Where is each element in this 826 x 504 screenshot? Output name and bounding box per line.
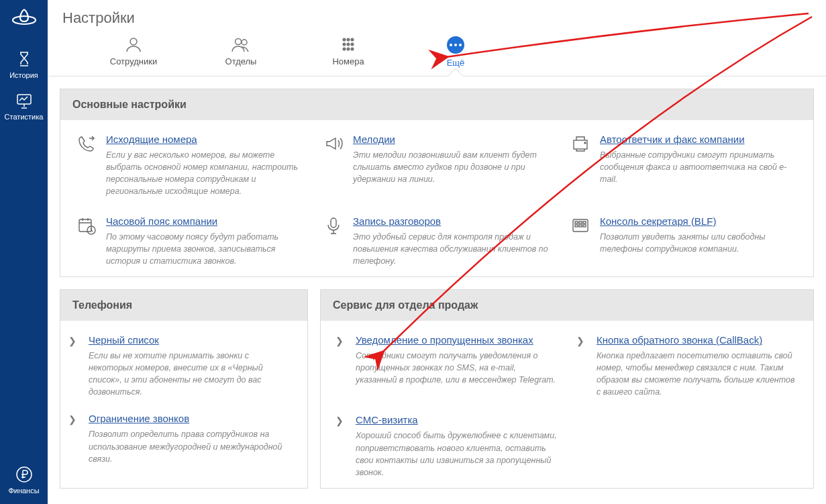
svg-rect-25 [579,225,582,227]
chevron-right-icon: ❯ [576,334,587,348]
svg-rect-17 [79,219,91,232]
chevron-right-icon: ❯ [68,413,79,426]
setting-item-callback: ❯ Кнопка обратного звонка (CallBack) Кно… [576,334,798,399]
setting-desc: По этому часовому поясу будут работать м… [106,231,303,267]
setting-item-call-restrict: ❯ Ограничение звонков Позволит определит… [68,413,295,464]
setting-link[interactable]: Часовой пояс компании [106,215,217,227]
setting-item-blacklist: ❯ Черный список Если вы не хотите приним… [68,334,295,399]
main-area: Настройки Сотрудники Отделы Номера [48,0,826,504]
page-title: Настройки [48,0,826,36]
svg-rect-15 [574,140,587,149]
sidebar-item-history[interactable]: История [0,43,48,85]
phone-out-icon [76,134,97,154]
tab-departments[interactable]: Отделы [187,36,295,76]
chevron-right-icon: ❯ [335,414,346,427]
tab-label: Ещё [447,58,465,68]
setting-link[interactable]: Мелодии [353,134,395,145]
setting-desc: Если у вас несколько номеров, вы можете … [106,149,303,198]
svg-point-9 [343,43,346,46]
setting-link[interactable]: Уведомление о пропущенных звонках [356,334,533,346]
setting-desc: Позволит увидеть заняты или свободны тел… [600,231,797,255]
panel-header: Основные настройки [60,89,813,120]
microphone-icon [323,215,344,236]
panel-telephony: Телефония ❯ Черный список Если вы не хот… [60,289,308,489]
tab-employees[interactable]: Сотрудники [80,36,187,76]
setting-desc: Сотрудники смогут получать уведомления о… [356,350,558,386]
svg-point-7 [347,38,350,41]
setting-link[interactable]: Ограничение звонков [89,413,189,424]
svg-point-13 [347,48,350,50]
tab-more[interactable]: Ещё [402,36,509,76]
tabs-row: Сотрудники Отделы Номера Ещё [48,36,826,77]
svg-point-10 [347,43,350,46]
sidebar-item-finance[interactable]: Финансы [0,458,48,500]
app-logo [11,5,38,31]
more-icon [447,36,464,54]
svg-rect-22 [579,221,582,223]
svg-point-12 [343,48,346,50]
setting-item-outgoing-numbers: Исходящие номера Если у вас несколько но… [76,134,303,198]
panel-sales-service: Сервис для отдела продаж ❯ Уведомление о… [320,289,814,489]
setting-desc: Кнопка предлагает посетителю оставить св… [597,350,798,399]
setting-link[interactable]: Кнопка обратного звонка (CallBack) [597,334,762,346]
setting-desc: Выбранные сотрудники смогут принимать со… [600,149,797,185]
setting-link[interactable]: СМС-визитка [356,414,418,425]
console-icon [570,215,590,236]
svg-point-3 [130,38,137,45]
people-icon [231,36,251,52]
megaphone-icon [323,134,344,154]
svg-point-5 [242,40,247,45]
content-area: Основные настройки Исходящие номера Если… [48,77,826,504]
tab-numbers[interactable]: Номера [295,36,402,76]
setting-link[interactable]: Автоответчик и факс компании [600,134,745,145]
sidebar-item-label: Статистика [5,113,44,121]
setting-desc: Если вы не хотите принимать звонки с нек… [89,350,295,399]
chevron-right-icon: ❯ [335,334,346,348]
svg-rect-23 [583,221,586,223]
setting-item-melodies: Мелодии Эти мелодии позвонивший вам клие… [323,134,550,198]
panel-main-settings: Основные настройки Исходящие номера Если… [60,89,814,277]
setting-desc: Это удобный сервис для контроля продаж и… [353,231,550,267]
sidebar: История Статистика Финансы [0,0,48,504]
setting-desc: Позволит определить права сотрудников на… [89,428,295,464]
sidebar-item-label: Финансы [8,487,39,495]
setting-link[interactable]: Черный список [89,334,159,346]
tab-label: Номера [332,56,364,66]
setting-link[interactable]: Консоль секретаря (BLF) [600,215,716,227]
panel-header: Телефония [60,290,307,321]
setting-item-recording: Запись разговоров Это удобный сервис для… [323,215,550,267]
dialpad-icon [338,36,358,52]
sidebar-item-statistics[interactable]: Статистика [0,85,48,126]
svg-point-11 [351,43,354,46]
setting-item-fax: Автоответчик и факс компании Выбранные с… [570,134,797,198]
presentation-chart-icon [15,91,34,110]
svg-point-8 [351,38,354,41]
svg-rect-21 [575,221,578,223]
hourglass-icon [15,50,34,68]
setting-desc: Эти мелодии позвонивший вам клиент будет… [353,149,550,185]
fax-icon [570,134,590,154]
tab-label: Отделы [225,56,257,66]
setting-link[interactable]: Запись разговоров [353,215,441,227]
setting-item-blf: Консоль секретаря (BLF) Позволит увидеть… [570,215,797,267]
setting-item-missed-notify: ❯ Уведомление о пропущенных звонках Сотр… [335,334,558,399]
chevron-right-icon: ❯ [68,334,79,348]
svg-point-14 [351,48,354,50]
setting-link[interactable]: Исходящие номера [106,134,197,145]
svg-point-16 [584,142,586,144]
svg-point-4 [236,39,242,45]
setting-item-sms-card: ❯ СМС-визитка Хороший способ быть дружел… [335,414,558,478]
svg-rect-19 [331,218,336,228]
tab-label: Сотрудники [110,56,157,66]
person-icon [123,36,144,52]
setting-item-timezone: Часовой пояс компании По этому часовому … [76,215,303,267]
sidebar-item-label: История [9,71,38,79]
panel-header: Сервис для отдела продаж [321,290,813,321]
svg-rect-26 [583,225,586,227]
svg-rect-24 [575,225,578,227]
svg-point-0 [13,16,36,24]
ruble-icon [15,465,34,484]
calendar-clock-icon [76,215,97,236]
setting-desc: Хороший способ быть дружелюбнее с клиент… [356,430,558,478]
svg-point-6 [343,38,346,41]
